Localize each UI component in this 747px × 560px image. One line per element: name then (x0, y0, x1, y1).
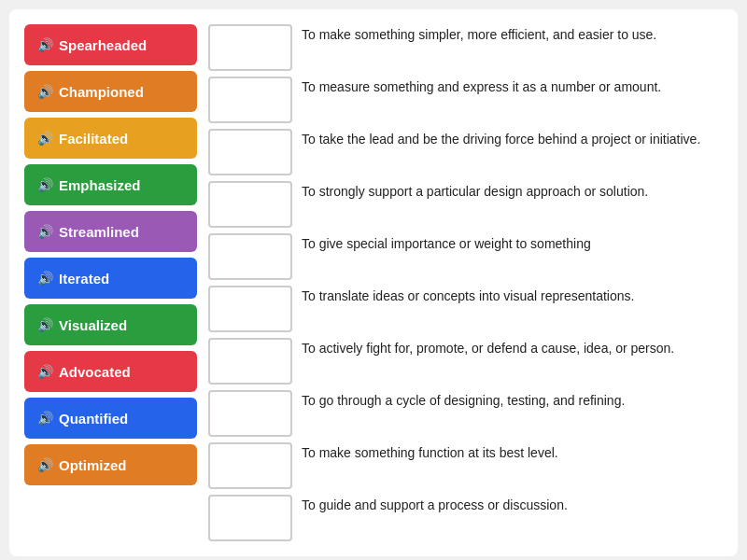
definition-row-2: To take the lead and be the driving forc… (208, 129, 723, 175)
definition-text-6: To actively fight for, promote, or defen… (302, 338, 723, 358)
definition-row-9: To guide and support a process or discus… (208, 495, 723, 541)
word-label: Quantified (59, 411, 128, 427)
word-button-facilitated[interactable]: 🔊Facilitated (24, 118, 197, 159)
definition-text-2: To take the lead and be the driving forc… (302, 129, 723, 149)
definition-row-0: To make something simpler, more efficien… (208, 24, 723, 71)
word-button-streamlined[interactable]: 🔊Streamlined (24, 211, 197, 252)
drop-box-0[interactable] (208, 24, 292, 71)
drop-box-9[interactable] (208, 495, 292, 541)
definition-text-9: To guide and support a process or discus… (302, 495, 723, 515)
word-label: Facilitated (59, 131, 128, 147)
word-label: Streamlined (59, 224, 139, 240)
word-button-advocated[interactable]: 🔊Advocated (24, 351, 197, 392)
definition-row-6: To actively fight for, promote, or defen… (208, 338, 723, 385)
words-column: 🔊Spearheaded🔊Championed🔊Facilitated🔊Emph… (24, 24, 197, 541)
speaker-icon: 🔊 (37, 271, 53, 286)
word-label: Championed (59, 84, 144, 100)
drop-box-6[interactable] (208, 338, 292, 385)
definition-row-5: To translate ideas or concepts into visu… (208, 286, 723, 332)
drop-box-1[interactable] (208, 77, 292, 123)
word-label: Iterated (59, 271, 109, 287)
definition-text-4: To give special importance or weight to … (302, 233, 723, 254)
speaker-icon: 🔊 (37, 224, 53, 239)
drop-box-2[interactable] (208, 129, 292, 175)
drop-box-4[interactable] (208, 233, 292, 280)
speaker-icon: 🔊 (37, 177, 53, 192)
drop-box-5[interactable] (208, 286, 292, 332)
word-button-emphasized[interactable]: 🔊Emphasized (24, 164, 197, 205)
speaker-icon: 🔊 (37, 84, 53, 99)
speaker-icon: 🔊 (37, 37, 53, 52)
definition-row-1: To measure something and express it as a… (208, 77, 723, 123)
word-button-visualized[interactable]: 🔊Visualized (24, 304, 197, 345)
drop-box-3[interactable] (208, 181, 292, 228)
definition-row-7: To go through a cycle of designing, test… (208, 390, 723, 437)
word-button-quantified[interactable]: 🔊Quantified (24, 398, 197, 439)
definition-text-1: To measure something and express it as a… (302, 77, 723, 97)
speaker-icon: 🔊 (37, 317, 53, 332)
main-container: 🔊Spearheaded🔊Championed🔊Facilitated🔊Emph… (9, 9, 738, 556)
definitions-column: To make something simpler, more efficien… (208, 24, 723, 541)
definition-text-3: To strongly support a particular design … (302, 181, 723, 202)
drop-box-7[interactable] (208, 390, 292, 437)
definition-text-5: To translate ideas or concepts into visu… (302, 286, 723, 306)
word-label: Spearheaded (59, 37, 147, 53)
word-button-iterated[interactable]: 🔊Iterated (24, 258, 197, 299)
definition-row-8: To make something function at its best l… (208, 442, 723, 489)
word-button-championed[interactable]: 🔊Championed (24, 71, 197, 112)
definition-text-8: To make something function at its best l… (302, 442, 723, 463)
speaker-icon: 🔊 (37, 457, 53, 472)
word-label: Optimized (59, 457, 127, 473)
word-label: Advocated (59, 364, 131, 380)
word-button-spearheaded[interactable]: 🔊Spearheaded (24, 24, 197, 65)
speaker-icon: 🔊 (37, 411, 53, 426)
speaker-icon: 🔊 (37, 131, 53, 146)
definition-text-7: To go through a cycle of designing, test… (302, 390, 723, 411)
word-label: Emphasized (59, 177, 141, 193)
word-label: Visualized (59, 317, 127, 333)
definition-row-4: To give special importance or weight to … (208, 233, 723, 280)
speaker-icon: 🔊 (37, 364, 53, 379)
drop-box-8[interactable] (208, 442, 292, 489)
definition-text-0: To make something simpler, more efficien… (302, 24, 723, 45)
definition-row-3: To strongly support a particular design … (208, 181, 723, 228)
word-button-optimized[interactable]: 🔊Optimized (24, 444, 197, 485)
